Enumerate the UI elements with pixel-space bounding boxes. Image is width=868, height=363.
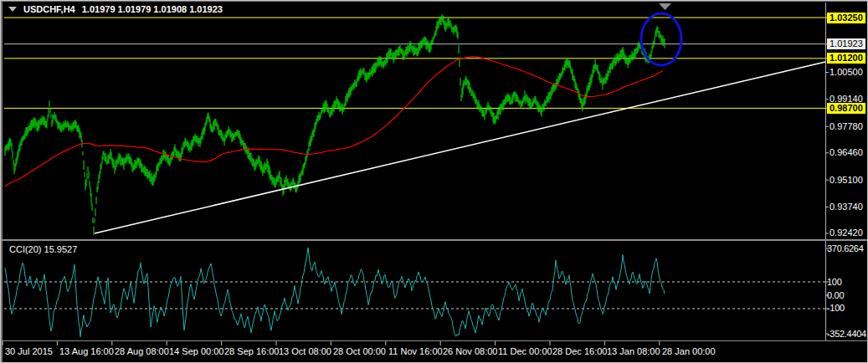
price-level-label: 1.03250 <box>827 13 865 23</box>
candlesticks <box>5 14 665 235</box>
trendline-object[interactable] <box>95 62 825 233</box>
price-level-label: 0.98700 <box>827 103 865 114</box>
moving-average-group <box>5 57 663 187</box>
panel-separator[interactable] <box>1 239 868 241</box>
time-axis-label: 28 Sep 16:00 <box>224 346 279 356</box>
candles-group <box>5 14 665 235</box>
drawing-objects-group <box>95 3 825 233</box>
time-axis-label: 13 Oct 08:00 <box>279 346 331 356</box>
cci-axis-label: 100 <box>827 277 841 288</box>
price-axis-label: 0.92420 <box>829 228 863 238</box>
cci-indicator-group <box>4 248 825 337</box>
time-axis-label: 28 Oct 00:00 <box>333 346 386 356</box>
price-axis-label: 0.96460 <box>829 147 863 158</box>
arrow-down-marker[interactable] <box>659 3 671 10</box>
price-levels-group <box>4 18 825 108</box>
symbol-dropdown-icon[interactable] <box>8 7 17 12</box>
symbol-timeframe-label: USDCHF,H4 <box>23 4 75 14</box>
time-axis-label: 13 Aug 16:00 <box>59 346 114 356</box>
time-axis-label: 11 Nov 16:00 <box>388 346 443 356</box>
price-axis-label: 0.95100 <box>829 175 863 186</box>
price-level-label: 1.01200 <box>827 53 865 64</box>
chart-plot-area[interactable] <box>1 1 868 363</box>
indicator-label: CCI(20) 15.9527 <box>9 244 77 254</box>
axes-frame-group <box>1 3 868 345</box>
ohlc-quotes-label: 1.01979 1.01979 1.01908 1.01923 <box>82 4 223 14</box>
time-axis-label: 13 Jan 08:00 <box>607 346 660 356</box>
moving-average-line[interactable] <box>5 57 663 187</box>
current-price-label: 1.01923 <box>827 38 865 49</box>
price-axis-label: 1.00500 <box>829 67 863 78</box>
time-axis-label: 26 Nov 08:00 <box>443 346 497 356</box>
cci-axis-label: -100 <box>827 303 845 314</box>
price-axis-label: 0.93740 <box>829 202 863 212</box>
time-axis-label: 30 Jul 2015 <box>5 346 53 356</box>
time-axis-label: 28 Jan 00:00 <box>662 346 716 356</box>
cci-axis-label: -352.4404 <box>827 329 866 340</box>
cci-line <box>5 248 665 337</box>
cci-axis-label: 370.6264 <box>827 243 863 254</box>
time-axis-label: 14 Sep 00:00 <box>169 346 223 356</box>
chart-title-bar: USDCHF,H4 1.01979 1.01979 1.01908 1.0192… <box>8 4 223 14</box>
cci-axis-label: 0.00 <box>827 290 844 301</box>
price-axis-label: 0.97780 <box>829 121 863 132</box>
time-axis-label: 28 Aug 08:00 <box>115 346 169 356</box>
chart-window: USDCHF,H4 1.01979 1.01979 1.01908 1.0192… <box>0 0 868 363</box>
time-axis-label: 28 Dec 16:00 <box>552 346 607 356</box>
time-axis-label: 11 Dec 00:00 <box>498 346 552 356</box>
